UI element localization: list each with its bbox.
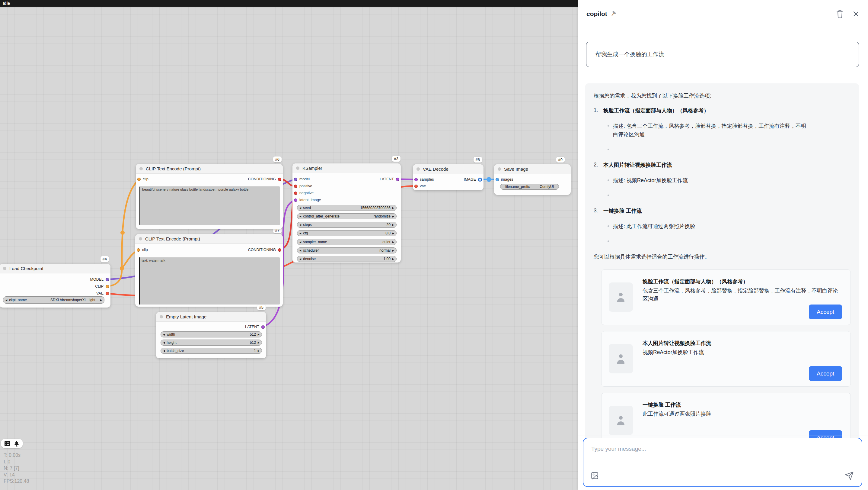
input-port-vae[interactable]	[414, 184, 418, 188]
widget-seed[interactable]: ◀seed156680208700286▶	[297, 205, 397, 211]
collapse-dot-icon[interactable]	[416, 167, 420, 171]
attach-image-icon[interactable]	[591, 471, 599, 480]
widget-scheduler[interactable]: ◀schedulernormal▶	[297, 248, 397, 254]
prev-arrow-icon[interactable]: ◀	[300, 224, 301, 226]
input-port-clip[interactable]	[137, 248, 140, 252]
prev-arrow-icon[interactable]: ◀	[300, 258, 301, 260]
node-title: VAE Decode	[423, 167, 448, 172]
user-message: 帮我生成一个换脸的工作流	[586, 42, 859, 67]
workflow-card: 本人图片转让视频换脸工作流 视频ReActor加换脸工作流 Accept	[601, 331, 851, 387]
input-port-images[interactable]	[496, 178, 499, 181]
delete-chat-button[interactable]	[836, 10, 844, 19]
next-arrow-icon[interactable]: ▶	[392, 241, 394, 243]
collapse-dot-icon[interactable]	[3, 267, 6, 270]
card-desc: 包含三个工作流，风格参考，脸部替换，指定脸部替换，工作流有注释，不明白评论区沟通	[643, 287, 842, 303]
stat-iterations: I: 0	[4, 459, 29, 465]
collapse-dot-icon[interactable]	[139, 237, 142, 240]
node-vae-decode[interactable]: #8 VAE Decode samples vae IMAGE	[413, 164, 484, 190]
prev-arrow-icon[interactable]: ◀	[300, 215, 301, 218]
widget-height[interactable]: ◀height512▶	[161, 340, 262, 346]
node-title: Load Checkpoint	[9, 266, 43, 271]
node-ksampler[interactable]: #3 KSampler model positive negative late…	[292, 164, 401, 262]
next-arrow-icon[interactable]: ▶	[392, 215, 394, 218]
next-arrow-icon[interactable]: ▶	[258, 349, 259, 352]
send-icon[interactable]	[845, 471, 854, 480]
prev-arrow-icon[interactable]: ◀	[5, 299, 7, 301]
input-port-clip[interactable]	[137, 178, 141, 181]
output-port-vae[interactable]	[105, 292, 109, 295]
next-arrow-icon[interactable]: ▶	[392, 224, 394, 226]
input-port-model[interactable]	[294, 178, 297, 181]
next-arrow-icon[interactable]: ▶	[100, 299, 102, 301]
output-port-clip[interactable]	[105, 285, 109, 288]
output-port-conditioning[interactable]	[278, 248, 281, 252]
collapse-dot-icon[interactable]	[296, 167, 300, 170]
bullet-icon	[608, 125, 609, 126]
collapse-dot-icon[interactable]	[140, 167, 143, 170]
node-canvas[interactable]: Idle #4 Load Checkpoint MODEL CLIP VAE ◀…	[0, 0, 578, 490]
card-title: 换脸工作流（指定面部与人物）（风格参考）	[643, 278, 842, 286]
next-arrow-icon[interactable]: ▶	[392, 232, 394, 235]
node-list-icon[interactable]	[4, 441, 10, 446]
next-arrow-icon[interactable]: ▶	[392, 258, 394, 260]
list-item: 3. 一键换脸 工作流 描述: 此工作流可通过两张照片换脸	[594, 207, 851, 251]
next-arrow-icon[interactable]: ▶	[258, 341, 259, 344]
workflow-option-desc: 描述: 包含三个工作流，风格参考，脸部替换，指定脸部替换，工作流有注释，不明白评…	[613, 122, 806, 139]
response-closing: 您可以根据具体需求选择适合的工作流进行操作。	[594, 253, 851, 261]
message-input[interactable]	[583, 438, 862, 467]
node-clip-text-encode-positive[interactable]: #6 CLIP Text Encode (Prompt) clip CONDIT…	[136, 164, 283, 229]
widget-filename-prefix[interactable]: filename_prefix ComfyUI	[500, 184, 559, 190]
input-port-negative[interactable]	[294, 192, 297, 195]
output-port-conditioning[interactable]	[278, 178, 281, 181]
input-port-samples[interactable]	[414, 178, 418, 181]
next-arrow-icon[interactable]: ▶	[392, 207, 394, 209]
output-port-image[interactable]	[478, 178, 482, 181]
prev-arrow-icon[interactable]: ◀	[300, 207, 301, 209]
output-port-model[interactable]	[105, 278, 109, 281]
bullet-icon	[608, 195, 609, 196]
workflow-card: 换脸工作流（指定面部与人物）（风格参考） 包含三个工作流，风格参考，脸部替换，指…	[601, 269, 851, 325]
prev-arrow-icon[interactable]: ◀	[163, 333, 165, 336]
prev-arrow-icon[interactable]: ◀	[163, 341, 165, 344]
widget-batch-size[interactable]: ◀batch_size1▶	[161, 348, 262, 354]
prev-arrow-icon[interactable]: ◀	[300, 232, 301, 235]
widget-ckpt-name[interactable]: ◀ ckpt_name SDXL/dreamshaperXL_light... …	[3, 296, 104, 304]
widget-control-after-generate[interactable]: ◀control_after_generaterandomize▶	[297, 213, 397, 219]
node-empty-latent-image[interactable]: #5 Empty Latent Image LATENT ◀width512▶ …	[156, 312, 266, 358]
prev-arrow-icon[interactable]: ◀	[163, 349, 165, 352]
card-title: 本人图片转让视频换脸工作流	[643, 339, 842, 347]
card-desc: 视频ReActor加换脸工作流	[643, 348, 842, 356]
collapse-dot-icon[interactable]	[498, 167, 501, 171]
next-arrow-icon[interactable]: ▶	[392, 249, 394, 252]
widget-steps[interactable]: ◀steps20▶	[297, 222, 397, 228]
widget-width[interactable]: ◀width512▶	[161, 332, 262, 338]
node-save-image[interactable]: #9 Save Image images filename_prefix Com…	[494, 164, 571, 195]
workflow-option-title: 一键换脸 工作流	[603, 207, 851, 215]
output-port-latent[interactable]	[261, 325, 265, 329]
tree-icon[interactable]	[14, 441, 19, 446]
input-port-positive[interactable]	[294, 184, 297, 188]
prev-arrow-icon[interactable]: ◀	[300, 241, 301, 243]
canvas-toolbar[interactable]	[1, 439, 23, 448]
bullet-icon	[608, 240, 609, 242]
node-title: CLIP Text Encode (Prompt)	[145, 236, 200, 241]
accept-button[interactable]: Accept	[809, 366, 842, 381]
output-port-latent[interactable]	[396, 178, 399, 181]
stat-nodes: N: 7 [7]	[4, 465, 29, 471]
collapse-dot-icon[interactable]	[160, 315, 163, 318]
prev-arrow-icon[interactable]: ◀	[300, 249, 301, 252]
input-port-latent-image[interactable]	[294, 199, 297, 202]
close-icon[interactable]	[852, 10, 860, 18]
prompt-textarea[interactable]: text, watermark	[139, 257, 280, 305]
accept-button[interactable]: Accept	[809, 305, 842, 319]
copilot-title: copilot	[586, 10, 607, 18]
widget-cfg[interactable]: ◀cfg8.0▶	[297, 230, 397, 236]
bullet-icon	[608, 225, 609, 227]
widget-denoise[interactable]: ◀denoise1.00▶	[297, 256, 397, 262]
node-clip-text-encode-negative[interactable]: #7 CLIP Text Encode (Prompt) clip CONDIT…	[135, 234, 283, 307]
widget-sampler-name[interactable]: ◀sampler_nameeuler▶	[297, 239, 397, 245]
next-arrow-icon[interactable]: ▶	[258, 333, 259, 336]
node-load-checkpoint[interactable]: #4 Load Checkpoint MODEL CLIP VAE ◀ ckpt…	[0, 264, 111, 308]
prompt-textarea[interactable]: beautiful scenery nature glass bottle la…	[140, 186, 280, 225]
stat-version: V: 14	[4, 471, 29, 478]
